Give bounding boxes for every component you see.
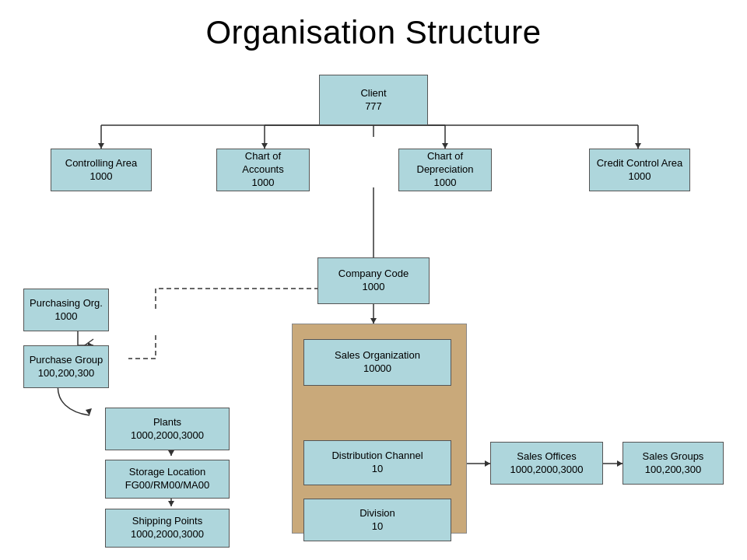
division-box: Division 10 — [303, 499, 451, 541]
chart-of-depreciation-box: Chart of Depreciation 1000 — [398, 149, 492, 191]
svg-marker-22 — [86, 408, 92, 415]
sales-groups-box: Sales Groups 100,200,300 — [622, 442, 724, 485]
purchasing-org-label: Purchasing Org. 1000 — [30, 297, 103, 324]
company-code-box: Company Code 1000 — [317, 257, 430, 304]
sales-groups-label: Sales Groups 100,200,300 — [643, 450, 704, 477]
page-title: Organisation Structure — [0, 0, 747, 59]
purchase-group-label: Purchase Group 100,200,300 — [30, 354, 103, 380]
storage-location-label: Storage Location FG00/RM00/MA00 — [125, 466, 209, 492]
plants-box: Plants 1000,2000,3000 — [105, 408, 230, 450]
svg-marker-9 — [442, 143, 448, 149]
svg-marker-26 — [168, 501, 174, 506]
shipping-points-box: Shipping Points 1000,2000,3000 — [105, 509, 230, 548]
chart-of-accounts-label: Chart of Accounts 1000 — [242, 150, 283, 190]
svg-marker-24 — [168, 450, 174, 456]
sales-organization-label: Sales Organization 10000 — [335, 349, 420, 376]
client-label: Client 777 — [360, 87, 386, 114]
distribution-channel-label: Distribution Channel 10 — [331, 450, 423, 476]
chart-of-depreciation-label: Chart of Depreciation 1000 — [417, 150, 474, 190]
plants-label: Plants 1000,2000,3000 — [131, 416, 204, 443]
controlling-area-label: Controlling Area 1000 — [65, 157, 138, 184]
sales-offices-label: Sales Offices 1000,2000,3000 — [510, 450, 584, 477]
chart-of-accounts-box: Chart of Accounts 1000 — [216, 149, 310, 191]
sales-offices-box: Sales Offices 1000,2000,3000 — [490, 442, 603, 485]
controlling-area-box: Controlling Area 1000 — [51, 149, 152, 191]
svg-marker-17 — [370, 318, 377, 324]
svg-marker-28 — [485, 460, 490, 467]
credit-control-area-label: Credit Control Area 1000 — [597, 157, 683, 184]
purchase-group-box: Purchase Group 100,200,300 — [23, 345, 109, 388]
shipping-points-label: Shipping Points 1000,2000,3000 — [131, 515, 204, 541]
purchasing-org-box: Purchasing Org. 1000 — [23, 289, 109, 331]
diagram-area: Client 777 Controlling Area 1000 Chart o… — [0, 59, 747, 549]
credit-control-area-box: Credit Control Area 1000 — [589, 149, 690, 191]
svg-marker-12 — [635, 143, 641, 149]
storage-location-box: Storage Location FG00/RM00/MA00 — [105, 460, 230, 499]
svg-marker-3 — [98, 143, 104, 149]
svg-marker-6 — [261, 143, 268, 149]
division-label: Division 10 — [359, 507, 395, 534]
sales-organization-box: Sales Organization 10000 — [303, 339, 451, 386]
client-box: Client 777 — [319, 75, 428, 125]
company-code-label: Company Code 1000 — [338, 268, 409, 294]
distribution-channel-box: Distribution Channel 10 — [303, 440, 451, 485]
svg-marker-30 — [617, 460, 622, 467]
